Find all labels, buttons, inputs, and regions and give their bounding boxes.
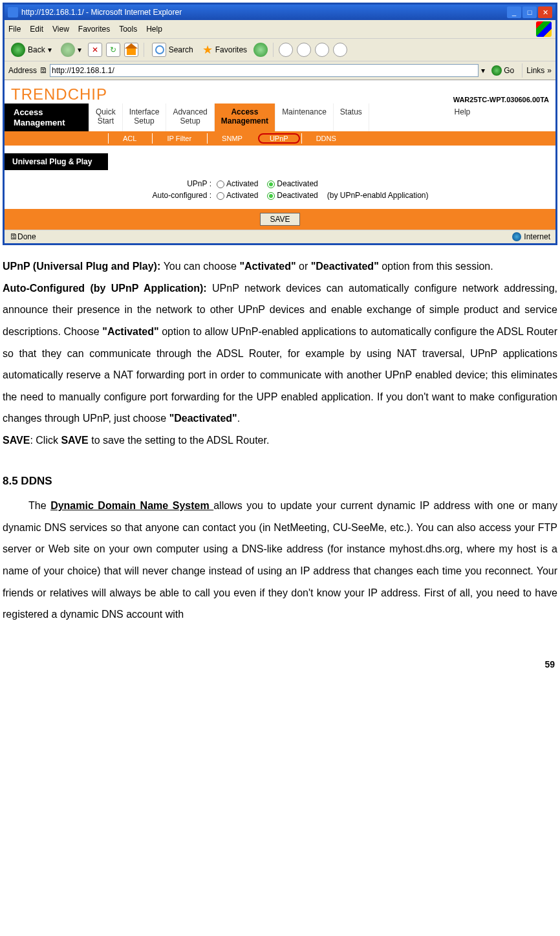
upnp-deactivated-option[interactable]: Deactivated [267,179,318,188]
radio-icon [217,180,224,188]
form-area: UPnP : Activated Deactivated Auto-config… [5,170,555,209]
back-button[interactable]: Back ▾ [8,41,54,58]
para-ddns: The Dynamic Domain Name System allows yo… [3,495,557,626]
auto-label: Auto-configured : [134,191,211,200]
section-title: Universal Plug & Play [5,153,108,170]
go-icon [491,65,502,76]
page-icon: 🖺 [39,66,47,75]
ie-logo-icon [8,7,18,17]
home-button[interactable] [124,43,138,57]
zone-text: Internet [524,232,550,241]
auto-suffix: (by UPnP-enabld Application) [327,191,429,200]
refresh-button[interactable]: ↻ [106,43,120,57]
page-number: 59 [0,633,560,675]
forward-button[interactable]: ▾ [58,41,84,58]
subtab-acl[interactable]: ACL [108,133,151,144]
heading-ddns: 8.5 DDNS [3,470,557,493]
search-button[interactable]: Search [149,41,196,58]
close-button[interactable]: ✕ [538,6,552,18]
radio-icon [217,192,224,200]
links-chevron[interactable]: » [547,66,552,75]
address-label: Address [8,66,37,75]
back-icon [11,43,25,57]
tab-quick-start[interactable]: QuickStart [89,103,122,131]
favorites-button[interactable]: ★Favorites [200,41,250,58]
menu-file[interactable]: File [8,25,21,34]
tab-interface-setup[interactable]: InterfaceSetup [122,103,166,131]
tab-status[interactable]: Status [333,103,369,131]
sub-nav: ACL IP Filter SNMP UPnP DDNS [5,131,555,146]
search-icon [152,43,166,57]
messenger-button[interactable] [333,43,347,57]
menu-tools[interactable]: Tools [119,25,137,34]
print-button[interactable] [297,43,311,57]
mail-button[interactable] [279,43,293,57]
menubar: File Edit View Favorites Tools Help [5,20,555,39]
upnp-label: UPnP : [134,179,211,188]
tab-access-management[interactable]: AccessManagement [214,103,275,131]
para-save: SAVE: Click SAVE to save the setting to … [3,430,557,452]
page-content: TRENDCHIP WAR25TC-WPT.030606.00TA Access… [5,80,555,230]
firmware-version: WAR25TC-WPT.030606.00TA [453,96,549,103]
page-status-icon: 🖺 [10,232,17,241]
auto-activated-option[interactable]: Activated [217,191,258,200]
ie-window: http://192.168.1.1/ - Microsoft Internet… [3,3,557,245]
links-label[interactable]: Links [526,66,544,75]
windows-flag-icon [536,21,552,37]
brand-header: TRENDCHIP WAR25TC-WPT.030606.00TA [5,80,555,103]
menu-favorites[interactable]: Favorites [78,25,110,34]
upnp-activated-option[interactable]: Activated [217,179,258,188]
subtab-snmp[interactable]: SNMP [207,133,257,144]
nav-section-label: AccessManagement [5,103,89,131]
menu-view[interactable]: View [52,25,69,34]
address-input[interactable] [50,64,479,77]
toolbar: Back ▾ ▾ ✕ ↻ Search ★Favorites [5,39,555,61]
para-upnp: UPnP (Universal Plug and Play): You can … [3,256,557,278]
menu-edit[interactable]: Edit [30,25,43,34]
status-text: Done [17,232,36,241]
maximize-button[interactable]: □ [522,6,537,18]
tab-advanced-setup[interactable]: AdvancedSetup [166,103,213,131]
star-icon: ★ [202,43,213,57]
forward-icon [61,43,75,57]
main-nav: AccessManagement QuickStart InterfaceSet… [5,103,555,131]
go-button[interactable]: Go [488,64,518,77]
auto-row: Auto-configured : Activated Deactivated … [134,191,555,200]
minimize-button[interactable]: _ [507,6,521,18]
history-button[interactable] [253,43,268,57]
upnp-row: UPnP : Activated Deactivated [134,179,555,188]
stop-button[interactable]: ✕ [88,43,102,57]
subtab-ipfilter[interactable]: IP Filter [152,133,206,144]
document-body: UPnP (Universal Plug and Play): You can … [0,248,560,633]
menu-help[interactable]: Help [146,25,162,34]
auto-deactivated-option[interactable]: Deactivated [267,191,318,200]
brand-logo: TRENDCHIP [11,85,107,103]
statusbar: 🖺 Done Internet [5,230,555,243]
address-bar: Address 🖺 ▾ Go Links » [5,61,555,80]
tab-maintenance[interactable]: Maintenance [275,103,333,131]
save-row: SAVE [5,209,555,230]
save-button[interactable]: SAVE [260,213,299,226]
tab-help[interactable]: Help [369,103,555,131]
window-title: http://192.168.1.1/ - Microsoft Internet… [21,8,182,17]
radio-selected-icon [267,180,275,188]
address-dropdown[interactable]: ▾ [481,66,485,75]
edit-button[interactable] [315,43,329,57]
window-titlebar: http://192.168.1.1/ - Microsoft Internet… [5,5,555,20]
para-autoconf: Auto-Configured (by UPnP Application): U… [3,278,557,430]
subtab-ddns[interactable]: DDNS [301,133,350,144]
globe-icon [512,232,521,241]
subtab-upnp[interactable]: UPnP [258,133,300,144]
radio-selected-icon [267,192,275,200]
